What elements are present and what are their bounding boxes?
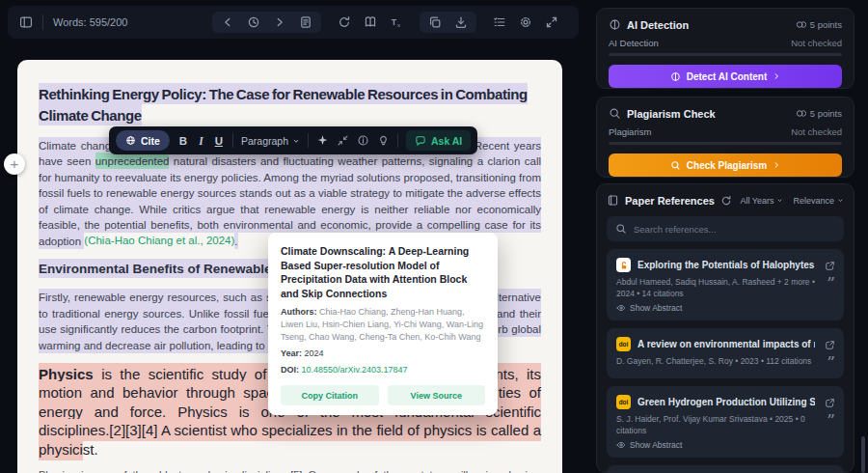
ai-detection-icon [609, 18, 621, 31]
svg-text:T: T [392, 17, 397, 27]
citation-doi: DOI: 10.48550/arXiv.2403.17847 [281, 364, 485, 376]
svg-text:x: x [397, 21, 400, 28]
coins-icon [796, 19, 806, 30]
check-plagiarism-button[interactable]: Check Plagiarism [609, 153, 842, 177]
chevron-down-icon [292, 137, 300, 145]
show-abstract-toggle[interactable]: Show Abstract [616, 303, 815, 313]
save-document-icon[interactable] [299, 15, 312, 29]
ai-detection-title: AI Detection [627, 19, 689, 31]
eye-icon [616, 303, 626, 313]
status-value: Not checked [791, 38, 842, 48]
refresh-icon[interactable] [338, 15, 351, 29]
sidebar-collapse-icon[interactable] [19, 15, 33, 29]
chevron-right-icon [773, 72, 780, 80]
reference-item[interactable]: doi Renewable Energy, Energy Poverty, an… [607, 465, 844, 473]
add-block-button[interactable]: + [4, 153, 25, 175]
doi-link[interactable]: 10.48550/arXiv.2403.17847 [302, 365, 408, 375]
highlighted-word: unprecedented [95, 153, 170, 169]
reference-meta: D. Gayen, R. Chatterjee, S. Roy • 2023 •… [616, 355, 815, 367]
cite-button[interactable]: Cite [116, 130, 170, 151]
open-access-icon [616, 258, 631, 272]
copy-icon[interactable] [428, 15, 442, 29]
undo-icon[interactable] [221, 15, 234, 29]
sort-filter-dropdown[interactable]: Relevance [793, 196, 844, 206]
fullscreen-icon[interactable] [545, 15, 558, 29]
tools-group: Tx [329, 12, 412, 33]
word-counter: Words: 595/200 [53, 16, 127, 28]
cite-quote-icon[interactable]: ” [827, 415, 835, 425]
paragraph-physics-history: Physics is one of the oldest academic di… [39, 468, 541, 473]
clear-format-icon[interactable]: Tx [390, 15, 403, 29]
coins-icon [796, 108, 806, 119]
search-icon [615, 223, 627, 235]
chat-icon [415, 135, 426, 147]
refresh-references-icon[interactable] [720, 195, 732, 207]
copy-citation-button[interactable]: Copy Citation [281, 385, 379, 405]
copy-group [420, 12, 476, 33]
history-clock-icon[interactable] [247, 15, 260, 29]
history-group [212, 12, 321, 33]
cite-quote-icon[interactable]: ” [827, 278, 835, 288]
reference-item[interactable]: doi A review on environmental impacts of… [607, 328, 844, 378]
points-badge: 5 points [796, 108, 842, 119]
plagiarism-title: Plagiarism Check [627, 108, 716, 120]
detect-ai-button[interactable]: Detect AI Content [609, 65, 842, 88]
settings-gear-icon[interactable] [519, 15, 532, 29]
divider [232, 133, 233, 148]
bold-button[interactable]: B [177, 135, 189, 147]
references-card: Paper References All Years Relevance [596, 183, 854, 473]
reference-search[interactable] [607, 216, 844, 241]
divider [308, 133, 309, 148]
inline-citation[interactable]: (Chia-Hao Chiang et al., 2024) [84, 235, 234, 246]
cite-quote-icon[interactable]: ” [827, 357, 835, 367]
eye-icon [616, 440, 626, 450]
settings-group [484, 12, 567, 33]
reference-meta: S. J. Haider, Prof. Vijay Kumar Srivasta… [616, 413, 815, 436]
citation-year: Year: 2024 [281, 348, 485, 360]
ai-detection-progress [609, 53, 842, 56]
download-icon[interactable] [454, 15, 468, 29]
citation-popup: Climate Downscaling: A Deep-Learning Bas… [268, 233, 498, 415]
reference-title: Green Hydrogen Production Utilizing Sola… [637, 397, 815, 407]
year-filter-dropdown[interactable]: All Years [740, 196, 783, 206]
lightbulb-icon[interactable] [377, 134, 390, 147]
view-source-button[interactable]: View Source [388, 385, 486, 405]
outline-list-icon[interactable] [493, 15, 506, 29]
chevron-down-icon [776, 197, 783, 204]
reference-item[interactable]: Exploring the Potentials of Halophytes i… [607, 249, 844, 320]
points-badge: 5 points [796, 19, 842, 30]
doi-badge: doi [616, 395, 631, 409]
underline-button[interactable]: U [213, 135, 225, 147]
citation-authors: Authors: Chia-Hao Chiang, Zheng-Han Huan… [281, 306, 485, 344]
ask-ai-button[interactable]: Ask AI [406, 130, 471, 151]
shrink-text-icon[interactable] [337, 134, 349, 147]
reference-title: A review on environmental impacts of ren… [637, 339, 815, 349]
editor-topbar: Words: 595/200 Tx [8, 6, 579, 39]
plagiarism-status-row: Plagiarism Not checked [609, 126, 842, 137]
paragraph-style-dropdown[interactable]: Paragraph [241, 135, 300, 147]
cite-label: Cite [141, 135, 160, 147]
reference-item[interactable]: doi Green Hydrogen Production Utilizing … [607, 386, 844, 458]
plagiarism-progress [609, 142, 842, 145]
dictionary-book-icon[interactable] [364, 15, 377, 29]
redo-icon[interactable] [273, 15, 286, 29]
citation-title: Climate Downscaling: A Deep-Learning Bas… [281, 244, 485, 300]
search-input[interactable] [634, 224, 835, 235]
italic-button[interactable]: I [197, 135, 204, 147]
ai-detection-card: AI Detection 5 points AI Detection Not c… [596, 8, 854, 89]
reference-meta: Abdul Hameed, Sadiq Hussain, A. Rasheed … [616, 276, 815, 299]
divider [42, 14, 43, 30]
show-abstract-toggle[interactable]: Show Abstract [616, 440, 815, 450]
ai-detection-status-row: AI Detection Not checked [609, 38, 842, 48]
doi-badge: doi [616, 337, 631, 351]
status-value: Not checked [791, 126, 842, 137]
book-icon [607, 194, 619, 207]
references-title: Paper References [625, 195, 715, 207]
ai-sparkle-icon[interactable] [316, 134, 329, 147]
chevron-down-icon [837, 197, 844, 204]
plagiarism-card: Plagiarism Check 5 points Plagiarism Not… [596, 97, 854, 178]
info-circle-icon[interactable] [357, 134, 369, 147]
plagiarism-search-icon [609, 107, 621, 120]
sidebar-scrollbar[interactable] [861, 436, 865, 473]
format-toolbar: Cite B I U Paragraph Ask AI [109, 126, 477, 154]
